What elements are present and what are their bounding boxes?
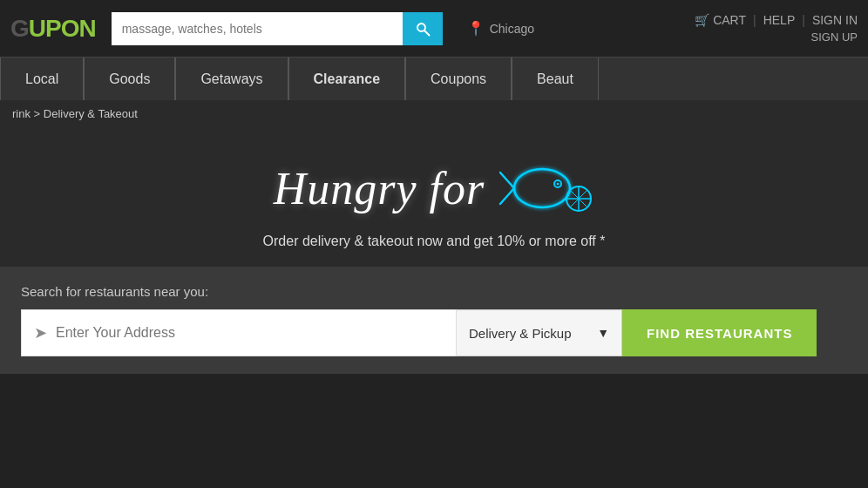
- nav-item-beauty[interactable]: Beaut: [512, 58, 599, 100]
- header-right: 🛒 CART | HELP | SIGN IN SIGN UP: [695, 13, 858, 44]
- location-area[interactable]: 📍 Chicago: [467, 20, 534, 37]
- help-link[interactable]: HELP: [763, 13, 796, 27]
- address-input[interactable]: [56, 325, 444, 341]
- divider-2: |: [802, 13, 805, 27]
- hero-title-text: Hungry for: [274, 163, 485, 214]
- search-row: ➤ Delivery & Pickup ▼ FIND RESTAURANTS: [21, 309, 847, 356]
- header-top-links: 🛒 CART | HELP | SIGN IN: [695, 13, 858, 27]
- nav-item-local[interactable]: Local: [0, 58, 84, 100]
- search-icon: [415, 21, 431, 37]
- search-input[interactable]: [112, 12, 403, 45]
- neon-fish-icon: [498, 153, 594, 223]
- location-icon: 📍: [467, 20, 485, 37]
- location-arrow-icon: ➤: [34, 323, 47, 342]
- search-label: Search for restaurants near you:: [21, 284, 847, 299]
- signup-area: SIGN UP: [811, 29, 858, 44]
- location-text: Chicago: [490, 22, 534, 36]
- hero-subtitle: Order delivery & takeout now and get 10%…: [17, 234, 851, 249]
- hero-section: Hungry for Order delivery & takeout: [0, 127, 868, 267]
- search-section: Search for restaurants near you: ➤ Deliv…: [0, 267, 868, 374]
- svg-line-1: [424, 30, 429, 35]
- cart-icon: 🛒: [695, 13, 709, 27]
- chevron-down-icon: ▼: [597, 326, 609, 340]
- svg-point-4: [557, 183, 559, 186]
- cart-label: CART: [713, 13, 746, 27]
- delivery-select[interactable]: Delivery & Pickup ▼: [457, 309, 622, 356]
- nav-bar: Local Goods Getaways Clearance Coupons B…: [0, 57, 868, 100]
- svg-point-2: [514, 169, 570, 207]
- address-input-wrapper: ➤: [21, 309, 457, 356]
- find-restaurants-button[interactable]: FIND RESTAURANTS: [622, 309, 817, 356]
- cart-area[interactable]: 🛒 CART: [695, 13, 746, 27]
- sign-up-link[interactable]: SIGN UP: [811, 30, 858, 44]
- nav-item-clearance[interactable]: Clearance: [288, 58, 406, 100]
- hero-title: Hungry for: [274, 153, 595, 223]
- search-button[interactable]: [403, 12, 443, 45]
- search-bar: [112, 12, 443, 45]
- logo[interactable]: GUPON: [10, 15, 96, 43]
- nav-item-coupons[interactable]: Coupons: [405, 58, 512, 100]
- delivery-option-text: Delivery & Pickup: [469, 326, 590, 341]
- logo-text: UPON: [29, 15, 96, 42]
- divider-1: |: [753, 13, 756, 27]
- nav-item-getaways[interactable]: Getaways: [175, 58, 288, 100]
- sign-in-link[interactable]: SIGN IN: [812, 13, 858, 27]
- nav-item-goods[interactable]: Goods: [84, 58, 175, 100]
- breadcrumb-text: rink > Delivery & Takeout: [12, 107, 138, 120]
- header: GUPON 📍 Chicago 🛒 CART | HELP | SIGN IN …: [0, 0, 868, 57]
- breadcrumb: rink > Delivery & Takeout: [0, 100, 868, 127]
